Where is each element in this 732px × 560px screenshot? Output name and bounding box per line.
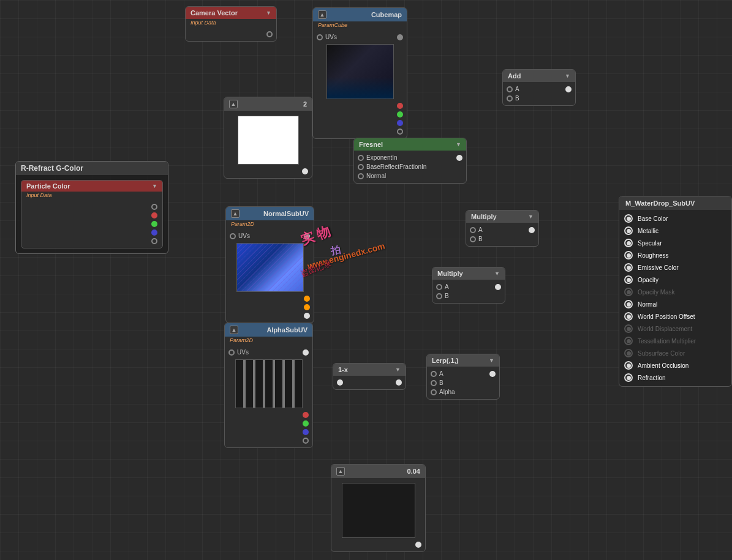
multiply2-b-pin[interactable] — [436, 293, 442, 299]
fresnel-normal-pin[interactable] — [358, 173, 364, 179]
add-output-pin[interactable] — [565, 86, 572, 92]
material-row-tessellation[interactable]: Tessellation Multiplier — [619, 335, 731, 347]
multiply2-a-pin[interactable] — [436, 284, 442, 290]
output-pin-g[interactable] — [397, 111, 403, 118]
collapse-btn[interactable]: ▲ — [318, 10, 326, 19]
opacitymask-pin[interactable] — [624, 288, 633, 296]
oneminusx-in-pin[interactable] — [337, 379, 343, 386]
alphasubuv-out-a[interactable] — [303, 438, 309, 444]
node-fresnel-header: Fresnel ▼ — [354, 138, 466, 151]
material-row-refraction[interactable]: Refraction — [619, 371, 731, 384]
material-row-specular[interactable]: Specular — [619, 237, 731, 249]
metallic-pin[interactable] — [624, 226, 633, 235]
alphasubuv-uvs-pin[interactable] — [228, 349, 235, 356]
normalsubuv-out4[interactable] — [304, 313, 310, 319]
node-oneminusx[interactable]: 1-x ▼ — [333, 363, 406, 390]
lerp-b-pin[interactable] — [431, 380, 437, 386]
material-row-roughness[interactable]: Roughness — [619, 249, 731, 261]
normalsubuv-out3[interactable] — [304, 304, 310, 310]
alphasubuv-out-r[interactable] — [303, 412, 309, 418]
basecolor-pin[interactable] — [624, 214, 633, 223]
material-rows: Base Color Metallic Specular Roughness E… — [619, 210, 731, 386]
node-particle-color[interactable]: Particle Color ▼ Input Data — [21, 180, 163, 248]
multiply1-output-pin[interactable] — [529, 227, 535, 233]
node-lerp[interactable]: Lerp(,1,) ▼ A B Alpha — [426, 354, 500, 400]
particle-out-1[interactable] — [151, 204, 157, 210]
material-row-worldposoffset[interactable]: World Position Offset — [619, 310, 731, 323]
cubemap-uvs-row: UVs — [313, 32, 407, 42]
fresnel-exponent-pin[interactable] — [358, 155, 364, 161]
node-number2[interactable]: ▲ 2 — [224, 97, 312, 179]
multiply1-a-pin[interactable] — [470, 227, 476, 233]
emissive-pin[interactable] — [624, 263, 633, 272]
normalsubuv-uvs-pin[interactable] — [230, 233, 236, 239]
worldposoffset-pin[interactable] — [624, 312, 633, 321]
uvs-input-pin[interactable] — [317, 34, 323, 40]
refraction-pin[interactable] — [624, 373, 633, 382]
roughness-pin[interactable] — [624, 251, 633, 259]
constant-preview — [342, 483, 415, 538]
opacity-pin[interactable] — [624, 275, 633, 284]
output-pin-1[interactable] — [397, 34, 403, 40]
add-a-pin[interactable] — [507, 86, 513, 92]
material-row-normal[interactable]: Normal — [619, 298, 731, 310]
collapse-btn[interactable]: ▲ — [231, 209, 240, 218]
alphasubuv-out-b[interactable] — [303, 429, 309, 435]
output-pin-b[interactable] — [397, 120, 403, 126]
tessellation-pin[interactable] — [624, 337, 633, 345]
specular-pin[interactable] — [624, 239, 633, 247]
lerp-a-pin[interactable] — [431, 371, 437, 377]
fresnel-basereflect-pin[interactable] — [358, 164, 364, 170]
material-row-ao[interactable]: Ambient Occlusion — [619, 359, 731, 371]
alphasubuv-out-g[interactable] — [303, 420, 309, 427]
material-row-opacitymask[interactable]: Opacity Mask — [619, 286, 731, 298]
multiply1-b-pin[interactable] — [470, 236, 476, 242]
worlddisp-pin[interactable] — [624, 324, 633, 333]
collapse-btn[interactable]: ▲ — [229, 100, 238, 108]
material-row-subsurface[interactable]: Subsurface Color — [619, 347, 731, 359]
lerp-alpha-pin[interactable] — [431, 389, 437, 395]
node-cubemap-header: ▲ Cubemap — [313, 8, 407, 21]
node-add[interactable]: Add ▼ A B — [502, 69, 576, 106]
node-alphasubuv[interactable]: ▲ AlphaSubUV Param2D UVs — [224, 323, 313, 448]
output-pin-a[interactable] — [397, 129, 403, 135]
lerp-output-pin[interactable] — [489, 371, 496, 377]
multiply2-output-pin[interactable] — [495, 284, 501, 290]
particle-out-r[interactable] — [151, 212, 157, 218]
constant-output-pin[interactable] — [415, 542, 421, 548]
normalsubuv-out2[interactable] — [304, 296, 310, 302]
particle-color-header: Particle Color ▼ — [21, 181, 162, 192]
node-constant[interactable]: ▲ 0.04 — [331, 464, 426, 552]
fresnel-output-pin[interactable] — [456, 155, 462, 161]
node-multiply1[interactable]: Multiply ▼ A B — [466, 210, 539, 247]
ao-pin[interactable] — [624, 361, 633, 370]
node-camera-vector-header: Camera Vector ▼ — [186, 7, 276, 19]
node-normalsubuv[interactable]: ▲ NormalSubUV Param2D UVs — [225, 206, 314, 323]
node-fresnel[interactable]: Fresnel ▼ ExponentIn BaseReflectFraction… — [353, 138, 467, 184]
node-alphasubuv-header: ▲ AlphaSubUV — [225, 323, 312, 337]
collapse-btn[interactable]: ▲ — [336, 467, 345, 476]
particle-out-a[interactable] — [151, 238, 157, 244]
material-row-worlddisp[interactable]: World Displacement — [619, 323, 731, 335]
add-b-pin[interactable] — [507, 95, 513, 102]
oneminusx-out-pin[interactable] — [396, 379, 402, 386]
material-row-opacity[interactable]: Opacity — [619, 274, 731, 286]
particle-out-g[interactable] — [151, 221, 157, 227]
number2-output-pin[interactable] — [302, 168, 308, 174]
node-material-panel: M_WaterDrop_SubUV Base Color Metallic Sp… — [619, 196, 732, 387]
normal-pin[interactable] — [624, 300, 633, 308]
subsurface-pin[interactable] — [624, 349, 633, 357]
output-pin-r[interactable] — [397, 103, 403, 109]
particle-out-b[interactable] — [151, 230, 157, 236]
node-oneminusx-header: 1-x ▼ — [333, 364, 406, 376]
node-multiply2[interactable]: Multiply ▼ A B — [432, 267, 505, 304]
node-cubemap[interactable]: ▲ Cubemap ParamCube UVs — [312, 7, 407, 139]
output-pin[interactable] — [266, 31, 273, 37]
alphasubuv-out1[interactable] — [303, 349, 309, 356]
node-camera-vector[interactable]: Camera Vector ▼ Input Data — [185, 6, 277, 42]
material-row-basecolor[interactable]: Base Color — [619, 212, 731, 225]
material-row-emissive[interactable]: Emissive Color — [619, 261, 731, 274]
collapse-btn[interactable]: ▲ — [230, 326, 238, 334]
normalsubuv-out1[interactable] — [304, 233, 310, 239]
material-row-metallic[interactable]: Metallic — [619, 225, 731, 237]
